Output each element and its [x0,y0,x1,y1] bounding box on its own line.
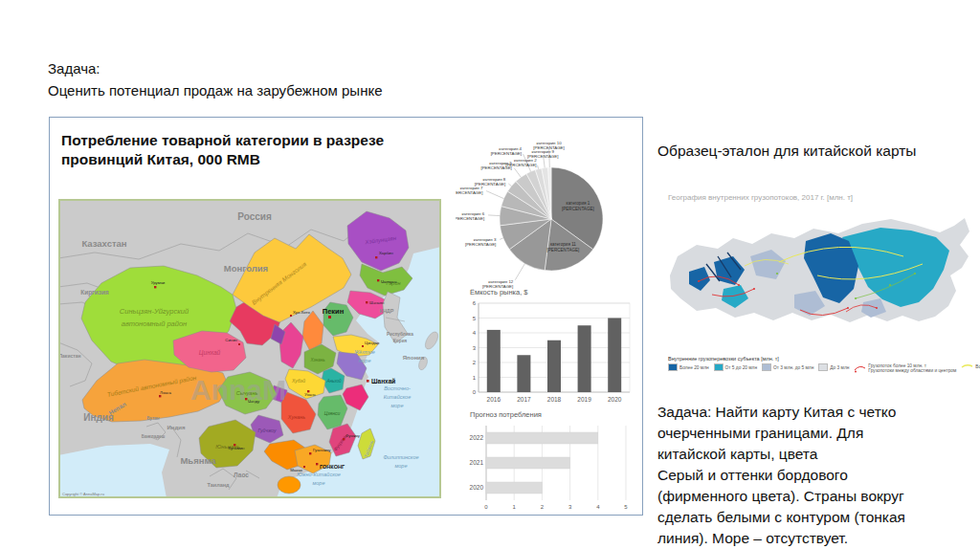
bar-chart: 012345620162017201820192020 [463,297,635,407]
x-tick: 2020 [608,396,622,403]
label-xinjiang2: автономный район [122,319,188,328]
pie-leader-line [514,168,521,178]
label-philippine-sea2: море [395,463,408,469]
bar [547,340,561,392]
y-tick: 1 [473,375,477,381]
label-shenyang: Шэньян [369,300,385,305]
pie-label: категория 11 [550,242,576,247]
label-jiangxi: Цзянси [324,410,341,416]
y-tick: 5 [473,316,477,321]
x-tick: 1 [513,504,517,510]
label-qingdao: Циндао [365,340,380,345]
label-dprk: КНДР [380,308,394,314]
y-tick: 2022 [470,434,484,441]
label-fuzhou: Фучжоу [345,433,361,438]
province-hainan [278,476,301,494]
label-laos: Лаос [234,472,249,478]
panel-title: Потребление товарной категории в разрезе… [61,131,444,169]
y-tick: 2020 [470,484,484,491]
legend-item-0: Более 20 млн [668,363,709,371]
label-yellow-sea2: море [359,358,371,363]
legend-item-5: Все остальные грузопотоки [961,363,980,369]
label-beijing: Пекин [323,307,344,316]
label-myanmar: Мьянма [180,455,216,466]
label-hohhot: Хух-Хото [293,310,311,315]
label-yellow-sea: Жёлтое [353,349,375,355]
hbar-chart-title: Прогноз потребления [470,410,542,419]
pie-label-pct: [PERCENTAGE] [562,207,594,211]
right-heading: Образец-эталон для китайской карты [657,143,916,160]
label-russia: Россия [237,211,272,222]
label-guangzhou: Гуанчжоу [313,448,331,452]
label-henan: Хэнань [309,358,325,362]
pie-label-pct: [PERCENTAGE] [527,154,558,159]
x-tick: 3 [568,504,572,510]
x-tick: 2 [541,504,545,510]
label-bangladesh: Бангладеш [142,434,166,439]
china-analysis-panel: Потребление товарной категории в разрезе… [49,117,643,516]
label-hubei: Хубэй [291,378,305,384]
x-tick: 0 [484,504,488,510]
y-tick: 2021 [470,459,484,466]
pie-label-pct: [PERCENTAGE] [547,248,580,253]
label-xinjiang1: Синьцзян-Уйгурский [120,307,189,316]
pie-leader-line [500,238,503,240]
x-tick: 5 [624,504,628,510]
label-philippine-sea: Филиппинское [383,454,418,460]
pie-label: категория 1 [567,201,590,206]
china-map: AnnaM Россия Казахстан Монголия Киргизия… [58,199,441,498]
bar [517,355,530,392]
bar [486,457,570,469]
label-east-china-sea3: море [391,403,404,408]
x-tick: 2016 [487,396,501,403]
sea-bengal [58,444,169,498]
y-tick: 0 [473,389,477,395]
pie-label-pct: [PERCENTAGE] [456,216,484,221]
legend-header: Внутренние грузоперевозки субъекта [млн.… [668,356,972,362]
page-title: Задача: Оценить потенциал продаж на зару… [48,57,383,102]
label-india2: Индия [167,425,186,430]
x-tick: 2019 [577,396,591,403]
x-tick: 4 [596,504,600,510]
label-pakistan: Пакистан [59,353,81,359]
label-anhui: Аньхой [325,378,342,384]
pie-leader-line [488,215,500,216]
pie-leader-line [538,165,539,169]
bar [486,432,598,444]
legend-swatch-0 [668,363,678,371]
label-east-china-sea: Восточно- [384,385,411,391]
pie-label-pct: [PERCENTAGE] [456,190,482,195]
label-bhutan: Бутан [146,416,159,421]
label-korea-2: Корея [393,339,407,343]
bar-chart-title: Ёмкость рынка, $ [470,288,528,296]
y-tick: 3 [473,345,477,351]
red-flow-icon [854,364,866,373]
label-chengdu: Чэнду [248,399,260,404]
pie-leader-line [508,184,511,187]
hbar-chart: 012345202220212020 [463,422,635,514]
label-south-china-sea2: море [313,480,325,486]
legend-swatch-3 [818,363,828,371]
slide: Задача: Оценить потенциал продаж на зару… [0,0,980,549]
label-south-china-sea: Южно-Китайское [297,472,341,477]
bar [486,482,542,494]
label-korea-1: Республика [387,331,413,337]
x-tick: 2017 [517,396,531,403]
label-wuhan: Ухань [304,392,316,397]
y-tick: 4 [473,330,477,336]
label-shanghai: Шанхай [371,378,395,384]
page-title-line2: Оценить потенциал продаж на зарубежном р… [48,79,383,101]
label-japan: Япония [403,355,425,361]
label-lhasa: Лхаса [160,390,171,395]
pie-label-pct: [PERCENTAGE] [505,163,536,167]
legend-item-4: Грузопоток более 10 млн. т Грузопотоки м… [854,363,956,373]
label-xining: Синин [225,338,237,342]
yellow-flow-icon [961,363,973,369]
pie-leader-line [486,191,503,199]
pie-label-pct: [PERCENTAGE] [475,182,505,187]
y-tick: 6 [473,300,477,306]
map-copyright: Copyright © AnnaMap.ru [62,492,104,496]
label-kyrgyzstan: Киргизия [80,289,109,296]
label-hongkong: ГОНКОНГ [320,464,345,470]
pie-leader-line [515,264,524,280]
